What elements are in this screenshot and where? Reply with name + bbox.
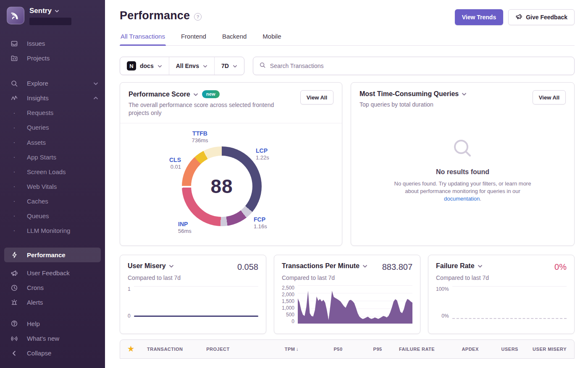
search-transactions-box[interactable] [253,57,575,75]
main-content: Performance ? View Trends Give Feedback … [105,0,588,368]
app-window: Sentry Issues Projects [0,0,588,368]
y-tick: 1,500 [282,299,294,304]
sidebar-item-app-starts[interactable]: ·App Starts [0,150,105,164]
view-all-button[interactable]: View All [533,90,566,104]
y-tick: 2,500 [282,285,294,290]
y-tick: 0 [291,319,294,324]
sidebar-item-issues[interactable]: Issues [0,36,105,51]
sidebar-item-screen-loads[interactable]: ·Screen Loads [0,164,105,179]
user-misery-title[interactable]: User Misery [128,262,174,270]
brand-name: Sentry [29,7,52,15]
sidebar-item-label: Explore [27,80,93,87]
siren-icon [10,298,18,307]
column-p50[interactable]: P50 [299,347,343,352]
environment-selector[interactable]: All Envs [169,57,214,75]
performance-score-title[interactable]: Performance Score [129,91,198,98]
y-tick: 2,000 [282,292,294,297]
y-tick: 1,000 [282,305,294,311]
tpm-title[interactable]: Transactions Per Minute [282,262,368,270]
sentry-logo-icon[interactable] [7,7,24,24]
sidebar-item-alerts[interactable]: Alerts [0,295,105,310]
vital-inp: INP 56ms [178,221,192,235]
vital-ttfb: TTFB 736ms [183,130,217,144]
sidebar-item-label: Queues [27,212,49,219]
column-users[interactable]: USERS [479,347,518,352]
sidebar-item-requests[interactable]: ·Requests [0,105,105,120]
column-apdex[interactable]: APDEX [435,347,479,352]
project-selector[interactable]: N docs [120,57,169,75]
sidebar-item-label: Queries [27,124,49,131]
user-misery-series-line [134,316,258,317]
sidebar: Sentry Issues Projects [0,0,105,368]
failure-rate-series-line [452,318,567,319]
projects-icon [10,54,18,63]
webvitals-ring[interactable]: 88 [182,146,262,226]
web-vitals-donut-chart: 88 TTFB 736ms LCP 1.22s CLS 0.01 [120,123,342,245]
vital-fcp: FCP 1.16s [254,216,267,230]
star-icon[interactable]: ★ [128,345,147,353]
view-trends-button[interactable]: View Trends [455,9,503,25]
failure-rate-subtitle: Compared to last 7d [436,274,567,281]
tab-mobile[interactable]: Mobile [262,33,282,45]
performance-score-panel: Performance Score new The overall perfor… [120,82,342,246]
bullet-icon: · [10,212,18,219]
sidebar-item-label: User Feedback [27,269,98,277]
sidebar-collapse-button[interactable]: Collapse [0,346,105,360]
sidebar-item-performance[interactable]: Performance [4,248,101,262]
sidebar-item-label: LLM Monitoring [27,227,70,234]
help-circle-icon[interactable]: ? [194,13,202,21]
column-tpm[interactable]: TPM↓ [255,346,299,352]
lightning-icon [10,251,18,259]
new-badge: new [202,90,220,98]
search-transactions-input[interactable] [270,63,568,69]
time-consuming-queries-panel: Most Time-Consuming Queries Top queries … [351,82,575,246]
tab-all-transactions[interactable]: All Transactions [120,33,166,45]
chevron-up-icon [93,96,98,101]
chevron-left-icon [10,349,18,358]
sidebar-item-llm-monitoring[interactable]: ·LLM Monitoring [0,223,105,238]
empty-state-text: No queries found. Try updating your filt… [390,180,535,203]
sidebar-item-label: Issues [27,40,98,47]
column-failure-rate[interactable]: FAILURE RATE [382,347,435,352]
y-tick: 500 [286,312,294,317]
date-range-selector[interactable]: 7D [214,57,244,75]
sidebar-item-user-feedback[interactable]: User Feedback [0,266,105,280]
sidebar-item-queries[interactable]: ·Queries [0,120,105,135]
column-transaction[interactable]: TRANSACTION [147,347,206,352]
column-p95[interactable]: P95 [343,347,382,352]
give-feedback-button[interactable]: Give Feedback [508,9,575,25]
documentation-link[interactable]: documentation [444,196,480,202]
org-name-block [29,18,71,25]
sidebar-item-help[interactable]: Help [0,316,105,331]
sidebar-item-crons[interactable]: Crons [0,280,105,295]
failure-rate-card: Failure Rate 0% Compared to last 7d 100%… [428,255,575,334]
performance-score-subtitle: The overall performance score across sel… [129,101,288,117]
sidebar-item-caches[interactable]: ·Caches [0,194,105,209]
sidebar-item-queues[interactable]: ·Queues [0,209,105,223]
sidebar-item-insights[interactable]: Insights [0,91,105,105]
vital-lcp: LCP 1.22s [256,147,269,162]
failure-rate-title[interactable]: Failure Rate [436,262,483,270]
issues-icon [10,39,18,48]
tab-frontend[interactable]: Frontend [180,33,207,45]
tab-backend[interactable]: Backend [221,33,247,45]
sidebar-item-assets[interactable]: ·Assets [0,135,105,149]
queries-panel-title[interactable]: Most Time-Consuming Queries [360,90,467,98]
sidebar-item-projects[interactable]: Projects [0,51,105,65]
user-misery-card: User Misery 0.058 Compared to last 7d 1 … [120,255,266,334]
insights-icon [10,94,18,102]
bullet-icon: · [10,168,18,175]
org-switcher[interactable]: Sentry [0,7,105,25]
column-user-misery[interactable]: USER MISERY [518,347,567,352]
chevron-down-icon [55,9,59,13]
y-tick: 0% [441,313,449,319]
sidebar-item-whats-new[interactable]: What's new [0,331,105,346]
sidebar-item-label: App Starts [27,154,56,161]
sidebar-item-web-vitals[interactable]: ·Web Vitals [0,179,105,194]
view-all-button[interactable]: View All [300,90,333,104]
sidebar-item-explore[interactable]: Explore [0,76,105,91]
sidebar-item-label: Projects [27,55,98,62]
search-icon [259,62,266,70]
tpm-value: 883.807 [382,262,412,272]
column-project[interactable]: PROJECT [206,347,255,352]
